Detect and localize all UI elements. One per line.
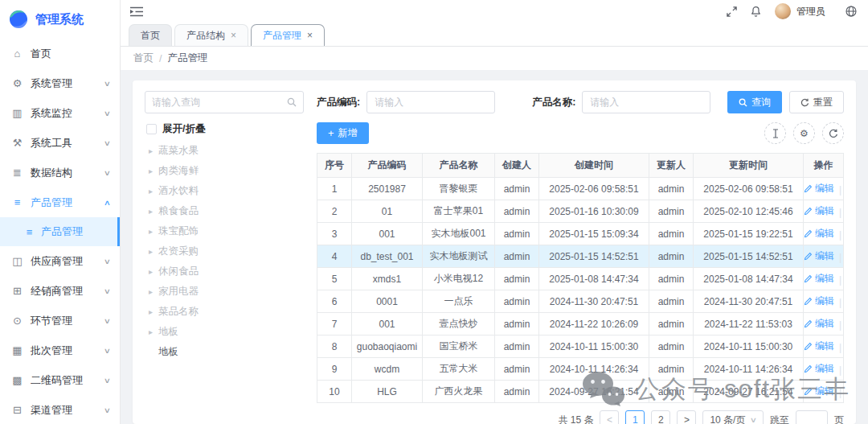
sidebar-item-label: 数据结构	[31, 166, 72, 180]
breadcrumb-home[interactable]: 首页	[133, 51, 154, 65]
caret-right-icon[interactable]: ▸	[149, 227, 153, 236]
sidebar-item-system-tools[interactable]: ⚒系统工具∨	[0, 128, 120, 158]
table-row[interactable]: 3001实木地板001admin2025-01-15 15:09:34admin…	[317, 223, 844, 245]
tree-node-label: 菜品名称	[158, 305, 199, 319]
edit-button[interactable]: 编辑	[804, 340, 834, 353]
product-code-input[interactable]	[366, 91, 495, 113]
edit-button[interactable]: 编辑	[804, 317, 834, 331]
tree-node[interactable]: ▸蔬菜水果	[145, 141, 304, 161]
column-width-icon[interactable]	[764, 122, 786, 144]
sidebar-item-system-monitor[interactable]: ▥系统监控∨	[0, 98, 120, 128]
search-button[interactable]: 查询	[727, 91, 782, 113]
edit-button[interactable]: 编辑	[804, 249, 834, 263]
expand-collapse-checkbox[interactable]	[146, 124, 157, 134]
edit-button[interactable]: 编辑	[804, 182, 834, 196]
cell-index: 8	[317, 335, 352, 358]
refresh-icon[interactable]	[822, 122, 844, 144]
sidebar-item-link-management[interactable]: ⊙环节管理∨	[0, 306, 120, 335]
breadcrumb: 首页 / 产品管理	[121, 47, 868, 70]
caret-right-icon[interactable]: ▸	[149, 167, 153, 175]
caret-right-icon[interactable]: ▸	[149, 207, 153, 216]
settings-gear-icon[interactable]: ⚙	[793, 122, 815, 144]
tree-node[interactable]: ▸家用电器	[145, 282, 304, 302]
caret-right-icon[interactable]: ▸	[149, 327, 153, 336]
cell-updater: admin	[649, 381, 694, 403]
sidebar-collapse-icon[interactable]	[130, 6, 143, 17]
sidebar-item-qrcode-management[interactable]: ▩二维码管理∨	[0, 365, 120, 395]
cell-product-name: 壹点快炒	[423, 313, 495, 335]
sidebar-item-home[interactable]: ⌂首页	[0, 39, 120, 68]
product-name-input[interactable]	[582, 91, 710, 113]
edit-button[interactable]: 编辑	[804, 294, 834, 308]
table-row[interactable]: 60001一点乐admin2024-11-30 20:47:51admin202…	[317, 290, 844, 313]
sidebar-item-channel-management[interactable]: ⊟渠道管理∨	[0, 395, 120, 424]
cell-product-code: db_test_001	[352, 245, 423, 268]
fullscreen-icon[interactable]	[727, 6, 737, 17]
caret-right-icon[interactable]: ▸	[149, 247, 153, 256]
tree-node[interactable]: ▸粮食食品	[145, 201, 304, 221]
breadcrumb-current: 产品管理	[167, 51, 207, 65]
prev-page-button[interactable]: <	[600, 410, 619, 424]
next-page-button[interactable]: >	[677, 410, 696, 424]
table-row[interactable]: 4db_test_001实木地板测试admin2025-01-15 14:52:…	[317, 245, 844, 268]
tree-node[interactable]: ▸农资采购	[145, 241, 304, 261]
tree-node[interactable]: ▸酒水饮料	[145, 181, 304, 201]
edit-button[interactable]: 编辑	[804, 362, 834, 376]
add-button[interactable]: + 新增	[317, 122, 369, 144]
column-header: 创建人	[495, 154, 539, 178]
sidebar-subitem-product-management-sub[interactable]: ≡产品管理	[0, 217, 120, 246]
table-row[interactable]: 9wcdm五常大米admin2024-10-11 14:26:34admin20…	[317, 358, 844, 381]
caret-right-icon[interactable]: ▸	[149, 146, 153, 155]
sidebar-item-data-structure[interactable]: ≣数据结构∨	[0, 158, 120, 187]
page-size-select[interactable]: 10 条/页 ∨	[702, 410, 764, 424]
tree-node[interactable]: ▸肉类海鲜	[145, 161, 304, 181]
edit-button[interactable]: 编辑	[804, 385, 834, 398]
cell-create-time: 2025-01-08 14:47:34	[539, 268, 649, 290]
jump-page-input[interactable]	[796, 410, 828, 424]
column-header: 产品编码	[352, 154, 423, 178]
sidebar-item-batch-management[interactable]: ▦批次管理∨	[0, 335, 120, 365]
tab-product-structure[interactable]: 产品结构×	[174, 24, 248, 46]
table-row[interactable]: 7001壹点快炒admin2024-11-22 10:26:09admin202…	[317, 313, 844, 335]
cell-operations: 编辑|删除	[804, 200, 844, 223]
tree-node[interactable]: ▸珠宝配饰	[145, 221, 304, 241]
sidebar-item-product-management[interactable]: ≡产品管理∧	[0, 187, 120, 217]
caret-right-icon[interactable]: ▸	[149, 287, 153, 296]
tab-label: 首页	[141, 29, 160, 43]
tree-node[interactable]: ▸菜品名称	[145, 302, 304, 322]
edit-button[interactable]: 编辑	[804, 204, 834, 218]
language-globe-icon[interactable]	[845, 6, 857, 17]
tree-search-input[interactable]	[152, 97, 282, 108]
tab-product-management[interactable]: 产品管理×	[251, 24, 325, 46]
reset-button[interactable]: 重置	[789, 91, 844, 113]
page-button-2[interactable]: 2	[651, 410, 670, 424]
pencil-icon	[804, 252, 813, 261]
user-menu[interactable]: 管理员	[775, 3, 825, 19]
table-row[interactable]: 5xmds1小米电视12admin2025-01-08 14:47:34admi…	[317, 268, 844, 290]
sidebar-item-supplier-management[interactable]: ◫供应商管理∨	[0, 246, 120, 276]
sidebar-item-dealer-management[interactable]: ⊞经销商管理∨	[0, 276, 120, 306]
tab-close-icon[interactable]: ×	[307, 31, 313, 40]
caret-right-icon[interactable]: ▸	[149, 307, 153, 316]
tree-node[interactable]: ▸地板	[145, 322, 304, 342]
caret-right-icon[interactable]: ▸	[149, 187, 153, 196]
caret-right-icon[interactable]: ▸	[149, 267, 153, 276]
tree-leaf-node[interactable]: 地板	[145, 342, 304, 362]
username: 管理员	[796, 5, 825, 19]
tab-close-icon[interactable]: ×	[231, 31, 236, 40]
tree-node[interactable]: ▸休闲食品	[145, 261, 304, 282]
sidebar-item-system-management[interactable]: ⚙系统管理∨	[0, 68, 120, 98]
sidebar-item-label: 系统监控	[31, 106, 72, 121]
table-row[interactable]: 201富士苹果01admin2025-01-16 10:30:09admin20…	[317, 200, 844, 223]
cell-product-name: 实木地板001	[423, 223, 495, 245]
edit-button[interactable]: 编辑	[804, 227, 834, 241]
cell-create-time: 2024-10-11 15:00:30	[539, 335, 649, 358]
page-button-1[interactable]: 1	[625, 410, 645, 424]
edit-button[interactable]: 编辑	[804, 272, 834, 286]
table-row[interactable]: 8guobaoqiaomi国宝桥米admin2024-10-11 15:00:3…	[317, 335, 844, 358]
table-row[interactable]: 10HLG广西火龙果admin2024-09-27 16:21:54admin2…	[317, 381, 844, 403]
tab-home[interactable]: 首页	[129, 24, 172, 46]
notification-bell-icon[interactable]	[751, 6, 761, 17]
table-row[interactable]: 12501987晋黎银栗admin2025-02-06 09:58:51admi…	[317, 178, 844, 200]
cell-create-time: 2025-01-16 10:30:09	[539, 200, 649, 223]
